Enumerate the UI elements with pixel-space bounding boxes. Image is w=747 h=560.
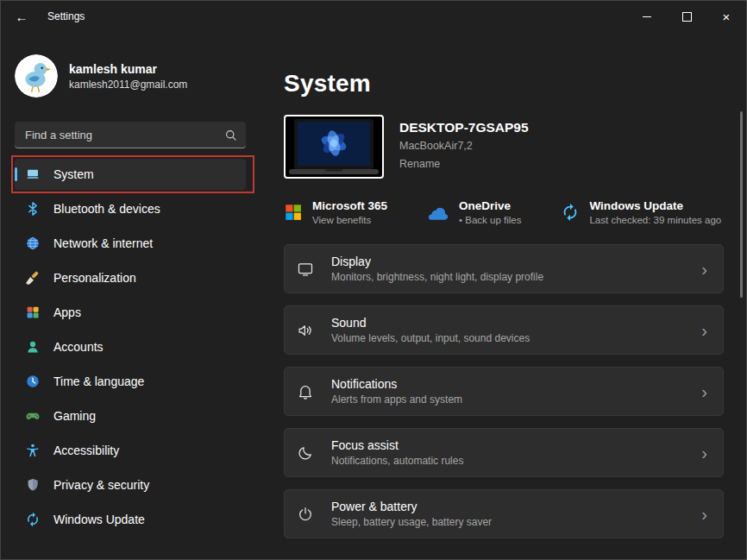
setting-subtitle: Volume levels, output, input, sound devi… [331,332,530,344]
maximize-button[interactable] [667,1,706,32]
setting-row-text: Focus assist Notifications, automatic ru… [331,438,463,467]
setting-row-display[interactable]: Display Monitors, brightness, night ligh… [284,244,724,293]
minimize-icon [643,16,651,17]
quick-link-onedrive[interactable]: OneDrive • Back up files [427,199,521,225]
sidebar-item-bluetooth-devices[interactable]: Bluetooth & devices [15,193,246,224]
profile-name: kamlesh kumar [69,62,187,76]
profile-email: kamlesh2011@gmail.com [69,79,187,91]
quick-link-title: Windows Update [589,199,721,212]
sidebar-item-apps[interactable]: Apps [15,297,246,328]
setting-row-text: Display Monitors, brightness, night ligh… [331,255,543,283]
sidebar-item-windows-update[interactable]: Windows Update [15,504,246,535]
quick-link-text: OneDrive • Back up files [459,199,521,225]
setting-title: Sound [331,316,530,330]
setting-row-notifications[interactable]: Notifications Alerts from apps and syste… [284,367,724,416]
sidebar-item-label: System [53,167,94,181]
laptop-bloom-wallpaper-image [284,115,384,179]
sidebar-item-accounts[interactable]: Accounts [15,331,246,362]
quick-link-microsoft-365[interactable]: Microsoft 365 View benefits [284,199,387,225]
sidebar-nav: System Bluetooth & devices Network & int… [15,159,246,535]
sidebar-item-gaming[interactable]: Gaming [15,400,246,431]
setting-subtitle: Alerts from apps and system [331,393,462,406]
quick-link-title: Microsoft 365 [312,199,387,212]
onedrive-cloud-icon [427,205,449,220]
system-icon [25,167,41,182]
settings-list: Display Monitors, brightness, night ligh… [284,244,724,538]
setting-title: Power & battery [331,500,492,513]
sidebar-item-label: Windows Update [53,513,145,526]
accessibility-icon [25,443,41,458]
bell-icon [297,383,331,400]
quick-link-subtitle: Last checked: 39 minutes ago [589,215,721,225]
sidebar-item-time-language[interactable]: Time & language [15,366,246,397]
main-content: System [260,32,746,559]
speaker-icon [297,322,331,339]
setting-row-power-battery[interactable]: Power & battery Sleep, battery usage, ba… [284,489,724,538]
clock-icon [25,374,41,389]
setting-subtitle: Sleep, battery usage, battery saver [331,516,492,528]
sidebar-item-label: Privacy & security [53,478,149,492]
sync-arrows-icon [25,512,41,527]
quick-link-windows-update[interactable]: Windows Update Last checked: 39 minutes … [561,199,721,225]
power-icon [297,506,331,523]
annotation-red-box [11,155,254,193]
setting-row-focus-assist[interactable]: Focus assist Notifications, automatic ru… [284,428,724,477]
chevron-right-icon: › [701,444,707,462]
setting-title: Display [331,255,543,268]
paintbrush-icon [25,270,41,286]
setting-row-text: Power & battery Sleep, battery usage, ba… [331,500,492,528]
minimize-button[interactable] [627,1,667,32]
close-icon: × [723,9,731,24]
bluetooth-icon [25,201,41,217]
search-icon [224,129,237,142]
chevron-right-icon: › [701,322,707,339]
setting-row-text: Notifications Alerts from apps and syste… [331,377,462,406]
sidebar-item-system[interactable]: System [15,159,246,190]
sidebar-item-label: Network & internet [53,236,153,250]
shield-icon [25,477,41,493]
maximize-icon [682,12,692,22]
chevron-right-icon: › [701,383,707,400]
quick-link-text: Microsoft 365 View benefits [312,199,387,225]
setting-row-sound[interactable]: Sound Volume levels, output, input, soun… [284,305,724,355]
rename-link[interactable]: Rename [399,158,440,170]
sidebar-item-label: Personalization [53,271,136,285]
scrollbar-thumb[interactable] [740,111,743,298]
globe-icon [25,236,41,251]
profile-text: kamlesh kumar kamlesh2011@gmail.com [69,62,187,91]
sidebar-item-label: Time & language [53,374,144,388]
twitter-bird-avatar [15,54,58,98]
settings-window: ← Settings × [0,0,747,560]
back-button[interactable]: ← [4,1,39,32]
sidebar-item-network-internet[interactable]: Network & internet [15,228,246,259]
close-button[interactable]: × [706,1,746,32]
window-title: Settings [47,10,85,22]
page-title: System [284,70,724,98]
search-input[interactable] [23,128,224,142]
sidebar-item-personalization[interactable]: Personalization [15,262,246,293]
sidebar-item-label: Bluetooth & devices [53,202,160,216]
quick-link-title: OneDrive [459,199,521,212]
setting-subtitle: Notifications, automatic rules [331,455,463,467]
setting-subtitle: Monitors, brightness, night light, displ… [331,271,543,283]
sidebar-item-privacy-security[interactable]: Privacy & security [15,469,246,500]
search-box[interactable] [15,122,246,148]
sidebar-item-label: Gaming [53,409,96,423]
sidebar: kamlesh kumar kamlesh2011@gmail.com [1,32,260,559]
microsoft-logo-icon [284,203,303,222]
selected-accent-pill [15,167,17,181]
sidebar-item-label: Apps [53,305,81,319]
sidebar-item-label: Accounts [53,340,104,354]
window-body: kamlesh kumar kamlesh2011@gmail.com [1,32,746,559]
avatar [15,54,58,98]
sidebar-item-label: Accessibility [53,444,119,457]
sidebar-item-accessibility[interactable]: Accessibility [15,435,246,466]
setting-row-text: Sound Volume levels, output, input, soun… [331,316,530,344]
device-model: MacBookAir7,2 [399,140,529,152]
display-icon [297,261,331,278]
window-controls: × [627,1,746,32]
quick-links: Microsoft 365 View benefits OneDrive • B… [284,199,724,225]
gamepad-icon [25,408,41,424]
profile-block[interactable]: kamlesh kumar kamlesh2011@gmail.com [15,54,246,98]
device-section: DESKTOP-7GSAP95 MacBookAir7,2 Rename [284,115,724,179]
